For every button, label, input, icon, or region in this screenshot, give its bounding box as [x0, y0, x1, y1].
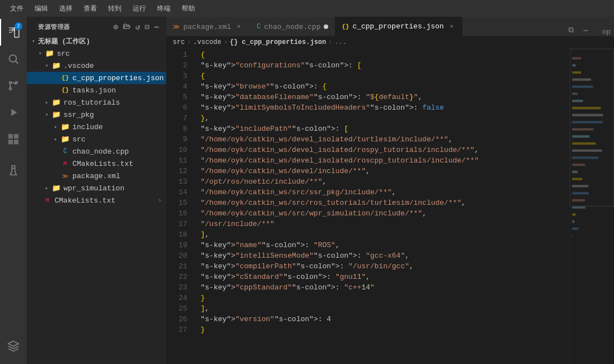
- tab-chao-node[interactable]: C chao_node.cpp: [250, 17, 335, 36]
- menu-item-文件[interactable]: 文件: [6, 3, 28, 14]
- line-number-6: 6: [166, 102, 187, 113]
- tree-item-src[interactable]: ▾ 📁 src: [27, 47, 166, 60]
- new-folder-button[interactable]: 🗁: [121, 21, 132, 33]
- refresh-button[interactable]: ↺: [134, 21, 142, 33]
- code-line-26: "s-key">"version""s-colon">: 4: [194, 314, 569, 324]
- src-folder-icon: 📁: [45, 48, 55, 58]
- code-line-12: "/home/oyk/catkin_ws/devel/include/**",: [194, 166, 569, 176]
- tab-actions: ⧉ ⋯: [561, 24, 596, 36]
- badge: 2: [14, 22, 22, 30]
- tab-package-xml-close[interactable]: ×: [235, 22, 243, 31]
- code-line-16: "/home/oyk/catkin_ws/src/wpr_simulation/…: [194, 208, 569, 219]
- menu-item-运行[interactable]: 运行: [128, 3, 150, 14]
- search-activity-icon[interactable]: [0, 46, 27, 72]
- tasks-icon: {}: [60, 85, 70, 95]
- svg-rect-6: [8, 134, 13, 139]
- title-bar: 文件编辑选择查看转到运行终端帮助: [0, 0, 614, 17]
- tree-item-vscode[interactable]: ▾ 📁 .vscode: [27, 60, 166, 72]
- tree-item-pkgxml[interactable]: ≫ package.xml: [27, 170, 166, 182]
- run-debug-icon[interactable]: [0, 99, 27, 126]
- explorer-icon[interactable]: 2: [0, 19, 27, 46]
- svg-rect-9: [14, 140, 18, 144]
- tree-item-cmake2[interactable]: M CMakeLists.txt ›: [27, 194, 166, 206]
- workspace-arrow: ▾: [29, 38, 38, 45]
- menu-item-帮助[interactable]: 帮助: [177, 3, 199, 14]
- svg-point-1: [9, 55, 17, 62]
- tab-c-cpp-close[interactable]: ×: [447, 22, 456, 31]
- line-number-3: 3: [166, 71, 187, 81]
- svg-point-4: [16, 82, 18, 84]
- code-line-22: "s-key">"cStandard""s-colon">: "gnu11",: [194, 272, 569, 282]
- remote-icon[interactable]: [0, 333, 27, 360]
- svg-rect-8: [8, 140, 13, 144]
- src2-label: src: [72, 135, 85, 144]
- code-line-7: },: [194, 113, 569, 124]
- svg-point-3: [9, 82, 12, 84]
- tab-chao-label: chao_node.cpp: [264, 23, 320, 31]
- line-number-2: 2: [166, 60, 187, 71]
- ssr-arrow: ▾: [42, 111, 51, 118]
- menu-item-选择[interactable]: 选择: [55, 3, 77, 14]
- breadcrumb-file[interactable]: {} c_cpp_properties.json: [230, 38, 326, 46]
- code-line-19: "s-key">"name""s-colon">: "ROS",: [194, 240, 569, 250]
- tree-item-wpr[interactable]: ▸ 📁 wpr_simulation: [27, 182, 166, 194]
- breadcrumb-vscode[interactable]: .vscode: [193, 38, 221, 46]
- test-icon[interactable]: [0, 157, 27, 184]
- more-button[interactable]: ⋯: [153, 21, 160, 33]
- include-folder-icon: 📁: [60, 122, 70, 132]
- tree-item-chao[interactable]: C chao_node.cpp: [27, 145, 166, 158]
- code-line-3: {: [194, 71, 569, 81]
- code-line-25: ],: [194, 303, 569, 314]
- code-line-5: "s-key">"databaseFilename""s-colon">: "$…: [194, 92, 569, 102]
- code-line-10: "/home/oyk/catkin_ws/devel_isolated/rosp…: [194, 145, 569, 155]
- split-editor-btn[interactable]: ⧉: [565, 24, 577, 36]
- line-number-9: 9: [166, 134, 187, 145]
- extensions-icon[interactable]: [0, 126, 27, 153]
- collapse-button[interactable]: ⊟: [144, 21, 151, 33]
- line-number-21: 21: [166, 261, 187, 272]
- tree-item-cmake1[interactable]: M CMakeLists.txt: [27, 158, 166, 170]
- line-number-5: 5: [166, 92, 187, 102]
- menu-item-查看[interactable]: 查看: [79, 3, 101, 14]
- tree-item-src2[interactable]: ▸ 📁 src: [27, 133, 166, 145]
- tree-item-ros[interactable]: ▸ 📁 ros_tutorials: [27, 96, 166, 109]
- menu-item-终端[interactable]: 终端: [153, 3, 175, 14]
- minimap: [569, 48, 614, 364]
- code-line-21: "s-key">"compilerPath""s-colon">: "/usr/…: [194, 261, 569, 272]
- more-tabs-btn[interactable]: ⋯: [579, 24, 592, 36]
- code-line-27: }: [194, 324, 569, 335]
- line-number-15: 15: [166, 198, 187, 208]
- breadcrumb-src[interactable]: src: [173, 38, 185, 46]
- tasks-label: tasks.json: [72, 86, 116, 95]
- breadcrumb-dots[interactable]: ...: [334, 38, 347, 46]
- vscode-arrow: ▾: [42, 62, 51, 69]
- code-content[interactable]: { "s-key">"configurations""s-colon">: [ …: [194, 48, 569, 364]
- tree-item-ssr[interactable]: ▾ 📁 ssr_pkg: [27, 109, 166, 121]
- menu-item-编辑[interactable]: 编辑: [30, 3, 52, 14]
- svg-rect-7: [14, 134, 18, 139]
- new-file-button[interactable]: ⊕: [113, 21, 120, 33]
- code-line-23: "s-key">"cppStandard""s-colon">: "c++14": [194, 282, 569, 293]
- tab-package-xml[interactable]: ≫ package.xml ×: [166, 17, 250, 36]
- source-control-icon[interactable]: [0, 72, 27, 99]
- workspace-label[interactable]: ▾ 无标题 (工作区): [27, 35, 166, 47]
- breadcrumb: src › .vscode › {} c_cpp_properties.json…: [166, 36, 614, 48]
- line-number-1: 1: [166, 50, 187, 60]
- tab-c-cpp[interactable]: {} c_cpp_properties.json ×: [335, 17, 462, 36]
- cmake1-label: CMakeLists.txt: [72, 160, 133, 168]
- code-line-17: "/usr/include/**": [194, 219, 569, 229]
- menu-item-转到[interactable]: 转到: [104, 3, 126, 14]
- line-number-17: 17: [166, 219, 187, 229]
- file-tree: ▾ 无标题 (工作区) ▾ 📁 src ▾ 📁 .vscode {} c_cpp…: [27, 35, 166, 364]
- wpr-arrow: ▸: [42, 185, 51, 191]
- tree-item-tasks[interactable]: {} tasks.json: [27, 84, 166, 96]
- tree-item-c-cpp[interactable]: {} c_cpp_properties.json: [27, 72, 166, 84]
- tree-item-include[interactable]: ▸ 📁 include: [27, 121, 166, 133]
- code-editor: 1234567891011121314151617181920212223242…: [166, 48, 614, 364]
- tab-package-xml-label: package.xml: [183, 23, 231, 31]
- tab-chao-icon: C: [257, 23, 261, 31]
- cmake2-label: CMakeLists.txt: [55, 196, 115, 205]
- activity-bar: 2: [0, 17, 27, 364]
- code-line-18: ],: [194, 229, 569, 240]
- pkgxml-label: package.xml: [72, 172, 120, 180]
